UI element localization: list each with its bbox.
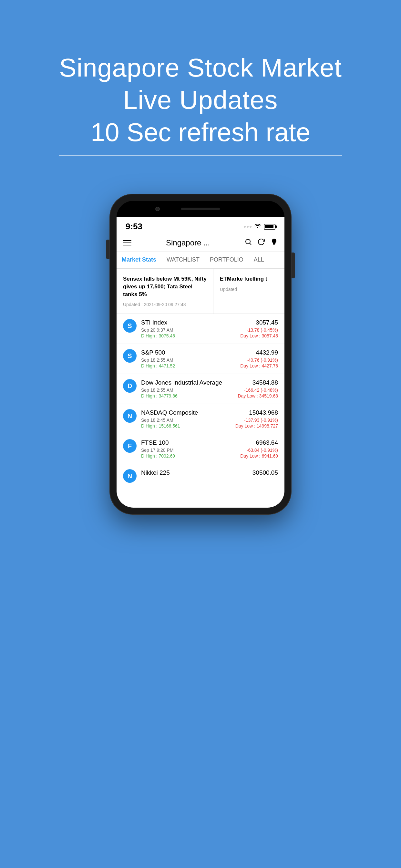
- stock-info-ftse: FTSE 100 Sep 17 9:20 PM D High : 7092.69: [141, 439, 236, 459]
- stock-item-sti[interactable]: S STI Index Sep 20 9:37 AM D High : 3075…: [117, 314, 284, 344]
- stock-price-col-nikkei: 30500.05: [252, 469, 278, 477]
- phone-inner: 9:53: [117, 201, 284, 507]
- stock-date-nasdaq: Sep 18 2:45 AM: [141, 417, 231, 423]
- stock-info-nikkei: Nikkei 225: [141, 469, 248, 477]
- stock-low-nasdaq: Day Low : 14998.727: [235, 423, 278, 429]
- tab-all[interactable]: ALL: [249, 252, 269, 268]
- stock-change-sti: -13.78 (-0.45%): [240, 328, 278, 333]
- news-card-1[interactable]: Sensex falls below Mt 59K, Nifty gives u…: [117, 269, 213, 314]
- stock-name-dow: Dow Jones Industrial Average: [141, 379, 233, 386]
- speaker-icon: [181, 208, 220, 210]
- stock-date-dow: Sep 18 2:55 AM: [141, 388, 233, 393]
- signal-icon: [244, 226, 251, 228]
- stock-avatar-nikkei: N: [123, 469, 136, 483]
- hero-title-line2: Live Updates: [59, 84, 342, 116]
- stock-item-sp500[interactable]: S S&P 500 Sep 18 2:55 AM D High : 4471.5…: [117, 344, 284, 374]
- stock-change-dow: -166.42 (-0.48%): [238, 388, 278, 393]
- stock-high-ftse: D High : 7092.69: [141, 454, 236, 459]
- phone-container: 9:53: [110, 194, 291, 514]
- settings-button[interactable]: [270, 238, 278, 248]
- search-button[interactable]: [244, 238, 252, 248]
- news-headline-1: Sensex falls below Mt 59K, Nifty gives u…: [123, 275, 207, 298]
- stock-price-sti: 3057.45: [240, 319, 278, 326]
- stock-price-col-ftse: 6963.64 -63.84 (-0.91%) Day Low : 6941.6…: [240, 439, 278, 459]
- stock-info-sp500: S&P 500 Sep 18 2:55 AM D High : 4471.52: [141, 349, 236, 368]
- stock-low-dow: Day Low : 34519.63: [238, 393, 278, 399]
- stock-info-sti: STI Index Sep 20 9:37 AM D High : 3075.4…: [141, 319, 236, 338]
- camera-icon: [155, 207, 160, 211]
- svg-line-1: [250, 244, 251, 245]
- stock-avatar-sp500: S: [123, 349, 136, 363]
- news-updated-2: Updated: [220, 287, 278, 292]
- stock-name-nasdaq: NASDAQ Composite: [141, 409, 231, 416]
- refresh-button[interactable]: [257, 238, 265, 248]
- stock-name-sp500: S&P 500: [141, 349, 236, 356]
- hero-title-line1: Singapore Stock Market: [59, 52, 342, 84]
- stock-change-nasdaq: -137.93 (-0.91%): [235, 417, 278, 423]
- stock-price-col-sp500: 4432.99 -40.76 (-0.91%) Day Low : 4427.7…: [240, 349, 278, 368]
- stock-price-nasdaq: 15043.968: [235, 409, 278, 416]
- menu-button[interactable]: [123, 240, 131, 245]
- stock-name-ftse: FTSE 100: [141, 439, 236, 446]
- stock-high-sp500: D High : 4471.52: [141, 363, 236, 368]
- stock-price-col-sti: 3057.45 -13.78 (-0.45%) Day Low : 3057.4…: [240, 319, 278, 338]
- stock-high-dow: D High : 34779.86: [141, 393, 233, 399]
- app-title: Singapore ...: [166, 238, 210, 247]
- stock-item-dow[interactable]: D Dow Jones Industrial Average Sep 18 2:…: [117, 374, 284, 404]
- stock-high-sti: D High : 3075.46: [141, 333, 236, 338]
- stock-info-dow: Dow Jones Industrial Average Sep 18 2:55…: [141, 379, 233, 399]
- stock-date-ftse: Sep 17 9:20 PM: [141, 447, 236, 453]
- tabs-bar: Market Stats WATCHLIST PORTFOLIO ALL: [117, 252, 284, 269]
- stock-change-sp500: -40.76 (-0.91%): [240, 358, 278, 363]
- stock-low-ftse: Day Low : 6941.69: [240, 454, 278, 459]
- stock-date-sp500: Sep 18 2:55 AM: [141, 358, 236, 363]
- wifi-icon: [254, 223, 261, 230]
- news-headline-2: ETMarke fuelling t: [220, 275, 278, 283]
- phone-screen: 9:53: [117, 217, 284, 507]
- hero-title-line3: 10 Sec refresh rate: [59, 116, 342, 156]
- header-actions: [244, 238, 278, 248]
- stock-price-dow: 34584.88: [238, 379, 278, 386]
- tab-market-stats[interactable]: Market Stats: [117, 252, 161, 268]
- stock-high-nasdaq: D High : 15166.561: [141, 423, 231, 429]
- phone-outer: 9:53: [110, 194, 291, 514]
- stock-low-sti: Day Low : 3057.45: [240, 333, 278, 338]
- stock-avatar-ftse: F: [123, 439, 136, 453]
- news-card-2[interactable]: ETMarke fuelling t Updated: [213, 269, 284, 314]
- stock-change-ftse: -63.84 (-0.91%): [240, 447, 278, 453]
- stock-price-nikkei: 30500.05: [252, 469, 278, 476]
- stock-price-col-nasdaq: 15043.968 -137.93 (-0.91%) Day Low : 149…: [235, 409, 278, 429]
- news-updated-1: Updated : 2021-09-20 09:27:48: [123, 302, 207, 307]
- stock-list: S STI Index Sep 20 9:37 AM D High : 3075…: [117, 314, 284, 488]
- stock-price-ftse: 6963.64: [240, 439, 278, 446]
- stock-item-ftse[interactable]: F FTSE 100 Sep 17 9:20 PM D High : 7092.…: [117, 434, 284, 464]
- hero-section: Singapore Stock Market Live Updates 10 S…: [33, 0, 368, 175]
- stock-name-nikkei: Nikkei 225: [141, 469, 248, 476]
- stock-item-nikkei[interactable]: N Nikkei 225 30500.05: [117, 464, 284, 488]
- tab-watchlist[interactable]: WATCHLIST: [161, 252, 205, 268]
- status-icons: [244, 223, 275, 230]
- news-scroll: Sensex falls below Mt 59K, Nifty gives u…: [117, 269, 284, 314]
- stock-item-nasdaq[interactable]: N NASDAQ Composite Sep 18 2:45 AM D High…: [117, 404, 284, 434]
- stock-avatar-nasdaq: N: [123, 409, 136, 423]
- stock-avatar-dow: D: [123, 379, 136, 393]
- battery-icon: [264, 224, 275, 229]
- stock-price-col-dow: 34584.88 -166.42 (-0.48%) Day Low : 3451…: [238, 379, 278, 399]
- stock-name-sti: STI Index: [141, 319, 236, 326]
- stock-low-sp500: Day Low : 4427.76: [240, 363, 278, 368]
- svg-point-0: [246, 239, 250, 244]
- status-bar: 9:53: [117, 217, 284, 234]
- status-time: 9:53: [126, 221, 143, 231]
- stock-price-sp500: 4432.99: [240, 349, 278, 356]
- stock-avatar-sti: S: [123, 319, 136, 333]
- tab-portfolio[interactable]: PORTFOLIO: [205, 252, 249, 268]
- app-header: Singapore ...: [117, 234, 284, 252]
- phone-notch: [117, 201, 284, 217]
- stock-info-nasdaq: NASDAQ Composite Sep 18 2:45 AM D High :…: [141, 409, 231, 429]
- stock-date-sti: Sep 20 9:37 AM: [141, 328, 236, 333]
